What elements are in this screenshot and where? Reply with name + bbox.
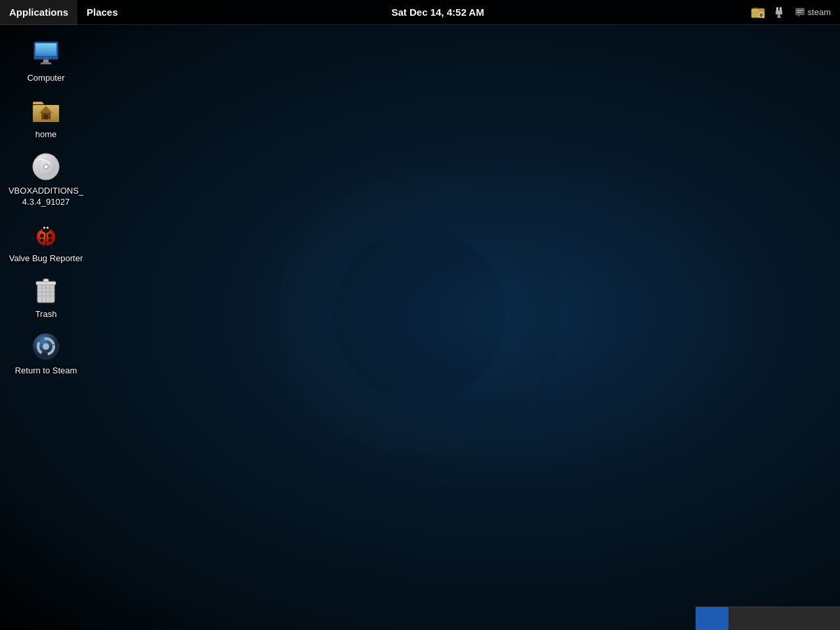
svg-rect-19 — [43, 59, 49, 62]
svg-rect-4 — [751, 9, 759, 11]
desktop-icon-return-to-steam[interactable]: Return to Steam — [3, 326, 89, 382]
bottom-bar-gray-section — [728, 607, 840, 631]
bottom-bar-blue-section — [696, 607, 728, 631]
svg-rect-12 — [795, 8, 805, 15]
desktop-icons-container: Computer — [0, 30, 92, 385]
svg-point-39 — [41, 238, 44, 242]
vboxadditions-icon-label: VBOXADDITIONS_4.3.4_91027 — [7, 186, 85, 208]
svg-point-2 — [335, 230, 505, 400]
applications-menu[interactable]: Applications — [0, 0, 77, 25]
svg-point-43 — [47, 226, 49, 228]
steam-tray[interactable]: steam — [791, 7, 835, 18]
steam-tray-label-text: steam — [808, 7, 831, 17]
trash-icon-label: Trash — [35, 309, 57, 320]
bug-icon — [30, 219, 62, 250]
svg-point-60 — [43, 343, 49, 350]
places-menu[interactable]: Places — [77, 0, 127, 25]
svg-rect-14 — [797, 10, 803, 11]
svg-rect-56 — [43, 279, 49, 282]
taskbar: Applications Places Sat Dec 14, 4:52 AM — [0, 0, 840, 25]
return-to-steam-icon-label: Return to Steam — [15, 366, 77, 377]
desktop-icon-home[interactable]: home — [3, 89, 89, 146]
valve-bug-reporter-icon-label: Valve Bug Reporter — [9, 253, 83, 264]
svg-rect-27 — [44, 115, 48, 119]
file-manager-tray-icon[interactable] — [749, 3, 767, 22]
svg-point-38 — [48, 234, 52, 238]
svg-rect-11 — [777, 16, 781, 18]
svg-marker-13 — [797, 15, 800, 17]
desktop-icon-trash[interactable]: Trash — [3, 269, 89, 326]
desktop-icon-valve-bug-reporter[interactable]: Valve Bug Reporter — [3, 213, 89, 270]
trash-icon — [30, 274, 62, 306]
svg-rect-9 — [776, 10, 782, 14]
svg-rect-10 — [778, 14, 780, 17]
svg-point-33 — [45, 165, 47, 168]
svg-rect-7 — [776, 7, 778, 10]
taskbar-clock: Sat Dec 14, 4:52 AM — [127, 7, 749, 18]
desktop-icon-vboxadditions[interactable]: VBOXADDITIONS_4.3.4_91027 — [3, 146, 89, 213]
network-tray-icon[interactable] — [770, 3, 788, 22]
computer-icon-label: Computer — [27, 73, 64, 84]
disc-icon — [30, 151, 62, 182]
steam-icon — [30, 331, 62, 362]
svg-point-37 — [40, 234, 44, 238]
svg-rect-15 — [797, 12, 801, 13]
svg-rect-8 — [780, 7, 782, 10]
taskbar-right: steam — [749, 3, 840, 22]
desktop: Applications Places Sat Dec 14, 4:52 AM — [0, 0, 840, 630]
svg-point-42 — [43, 226, 45, 228]
desktop-background-logo — [282, 177, 558, 453]
home-folder-icon — [30, 94, 62, 126]
svg-rect-20 — [41, 62, 51, 64]
svg-point-5 — [759, 12, 763, 17]
computer-icon — [30, 38, 62, 70]
home-icon-label: home — [35, 129, 57, 140]
svg-point-40 — [49, 238, 52, 242]
desktop-icon-computer[interactable]: Computer — [3, 33, 89, 89]
svg-point-46 — [40, 221, 42, 223]
svg-point-22 — [45, 57, 47, 58]
svg-point-41 — [42, 225, 50, 233]
bottom-taskbar — [696, 606, 840, 630]
svg-rect-18 — [35, 43, 56, 58]
svg-point-47 — [51, 221, 52, 223]
taskbar-left: Applications Places — [0, 0, 127, 25]
